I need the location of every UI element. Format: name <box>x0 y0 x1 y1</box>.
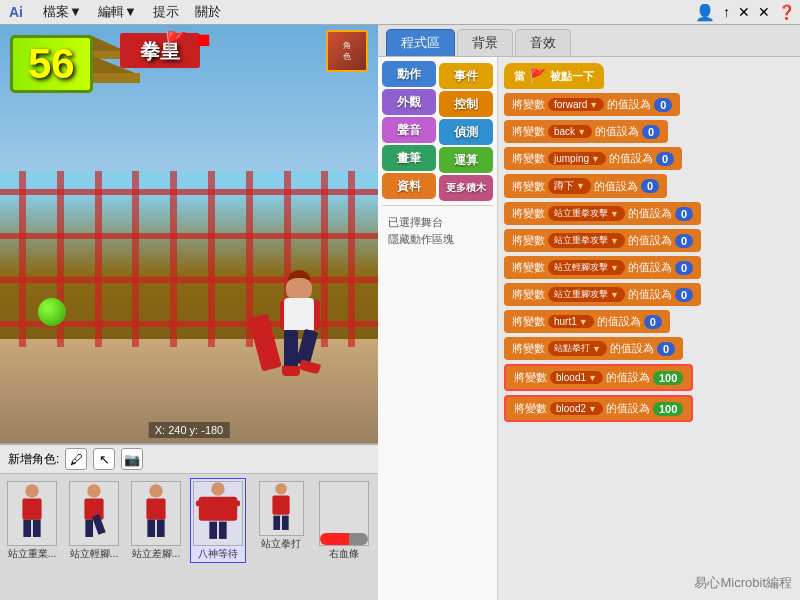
cat-data[interactable]: 資料 <box>382 173 436 199</box>
cursor-icon[interactable]: ↖ <box>93 448 115 470</box>
sprite-item[interactable]: 站立輕腳... <box>66 478 122 563</box>
hat-block-flag[interactable]: 當 🚩 被點一下 <box>504 63 604 89</box>
sprite-item[interactable]: 右血條 <box>316 478 372 563</box>
selected-info: 已選擇舞台 隱藏動作區塊 <box>382 210 493 251</box>
set-block-stand-punch1[interactable]: 將變數 站立重拳攻擊▼ 的值設為 0 <box>504 202 701 225</box>
sprite-label: 站立拳打 <box>261 538 301 550</box>
cat-looks[interactable]: 外觀 <box>382 89 436 115</box>
svg-rect-5 <box>33 520 41 537</box>
menu-item-edit[interactable]: 編輯▼ <box>94 3 141 21</box>
svg-rect-21 <box>272 496 289 515</box>
hat-text-clicked: 被點一下 <box>550 69 594 84</box>
svg-rect-17 <box>219 522 227 539</box>
flip-icon[interactable]: ✕ <box>758 4 770 20</box>
menu-item-about[interactable]: 關於 <box>191 3 225 21</box>
tab-background[interactable]: 背景 <box>457 29 513 56</box>
score-display: 56 <box>10 35 93 93</box>
svg-point-20 <box>275 483 286 494</box>
cat-more[interactable]: 更多積木 <box>439 175 493 201</box>
set-block-forward[interactable]: 將變數 forward▼ 的值設為 0 <box>504 93 680 116</box>
svg-rect-3 <box>22 499 41 520</box>
svg-rect-4 <box>23 520 31 537</box>
cat-sound[interactable]: 聲音 <box>382 117 436 143</box>
cat-operators[interactable]: 運算 <box>439 147 493 173</box>
tabs-row: 程式區 背景 音效 <box>378 25 800 57</box>
set-block-stand-kick-light[interactable]: 將變數 站立輕腳攻擊▼ 的值設為 0 <box>504 256 701 279</box>
set-block-stand-punch3[interactable]: 將變數 站點拳打▼ 的值設為 0 <box>504 337 683 360</box>
svg-rect-22 <box>273 516 280 530</box>
sprite-controls: 新增角色: 🖊 ↖ 📷 <box>0 445 378 474</box>
svg-rect-18 <box>196 501 208 507</box>
svg-rect-15 <box>199 497 237 521</box>
help-icon[interactable]: ❓ <box>778 4 795 20</box>
flag-button[interactable]: 🚩 <box>165 30 187 52</box>
menu-item-file[interactable]: 檔案▼ <box>39 3 86 21</box>
svg-rect-8 <box>85 520 93 537</box>
cat-pen[interactable]: 畫筆 <box>382 145 436 171</box>
sprite-item[interactable]: 站立拳打 <box>252 478 310 553</box>
tab-code[interactable]: 程式區 <box>386 29 455 56</box>
right-panel: 程式區 背景 音效 動作 外觀 聲音 畫筆 資料 <box>378 25 800 600</box>
camera-icon[interactable]: 📷 <box>121 448 143 470</box>
set-block-hurt1[interactable]: 將變數 hurt1▼ 的值設為 0 <box>504 310 670 333</box>
svg-point-14 <box>211 482 224 495</box>
svg-rect-11 <box>146 499 165 520</box>
cat-motion[interactable]: 動作 <box>382 61 436 87</box>
set-block-back[interactable]: 將變數 back▼ 的值設為 0 <box>504 120 668 143</box>
flag-icon: 🚩 <box>529 68 546 84</box>
set-block-stand-punch2[interactable]: 將變數 站立重拳攻擊▼ 的值設為 0 <box>504 229 701 252</box>
app-logo: Ai <box>9 4 23 20</box>
menu-bar: Ai 檔案▼ 編輯▼ 提示 關於 👤 ↑ ✕ ✕ ❓ <box>0 0 800 25</box>
sprite-label: 八神等待 <box>198 548 238 560</box>
green-ball <box>38 298 66 326</box>
paint-icon[interactable]: 🖊 <box>65 448 87 470</box>
char-sprite <box>270 270 340 380</box>
sprite-item-selected[interactable]: 八神等待 <box>190 478 246 563</box>
cat-sensing[interactable]: 偵測 <box>439 119 493 145</box>
left-panel: 拳皇 角色 56 <box>0 25 378 600</box>
sprite-item[interactable]: 站立差腳... <box>128 478 184 563</box>
block-area: 動作 外觀 聲音 畫筆 資料 事件 控制 偵測 運算 更多積木 <box>378 57 800 600</box>
svg-rect-13 <box>157 520 165 537</box>
sprite-label: 右血條 <box>329 548 359 560</box>
set-block-stand-kick-heavy[interactable]: 將變數 站立重腳攻擊▼ 的值設為 0 <box>504 283 701 306</box>
svg-rect-9 <box>92 514 106 535</box>
coords-display: X: 240 y: -180 <box>149 422 230 438</box>
svg-rect-16 <box>209 522 217 539</box>
arrow-icon[interactable]: ↑ <box>723 4 730 20</box>
menu-item-hints[interactable]: 提示 <box>149 3 183 21</box>
sprite-label: 站立輕腳... <box>70 548 118 560</box>
main-area: 拳皇 角色 56 <box>0 25 800 600</box>
new-sprite-label: 新增角色: <box>8 451 59 468</box>
sprite-label: 站立重業... <box>8 548 56 560</box>
tab-sound[interactable]: 音效 <box>515 29 571 56</box>
svg-rect-12 <box>147 520 155 537</box>
code-panel: 當 🚩 被點一下 將變數 forward▼ 的值設為 0 將變數 back▼ 的… <box>498 57 800 600</box>
categories-panel: 動作 外觀 聲音 畫筆 資料 事件 控制 偵測 運算 更多積木 <box>378 57 498 600</box>
game-canvas: 拳皇 角色 56 <box>0 25 378 443</box>
sprite-item[interactable]: 站立重業... <box>4 478 60 563</box>
svg-point-2 <box>25 484 38 497</box>
svg-point-10 <box>149 484 162 497</box>
sprite-panel: 新增角色: 🖊 ↖ 📷 站立重業... <box>0 443 378 600</box>
svg-rect-23 <box>281 516 288 530</box>
hat-text-when: 當 <box>514 69 525 84</box>
set-block-blood1[interactable]: 將變數 blood1▼ 的值設為 100 <box>504 364 693 391</box>
cat-events[interactable]: 事件 <box>439 63 493 89</box>
resize-icon[interactable]: ✕ <box>738 4 750 20</box>
sprite-label: 站立差腳... <box>132 548 180 560</box>
set-block-jumping[interactable]: 將變數 jumping▼ 的值設為 0 <box>504 147 682 170</box>
svg-point-6 <box>87 484 100 497</box>
char-avatar: 角色 <box>326 30 368 72</box>
svg-rect-19 <box>229 501 241 507</box>
set-block-blood2[interactable]: 將變數 blood2▼ 的值設為 100 <box>504 395 693 422</box>
stop-button[interactable]: ⏹ <box>195 30 213 52</box>
cat-control[interactable]: 控制 <box>439 91 493 117</box>
set-block-squat[interactable]: 將變數 蹲下▼ 的值設為 0 <box>504 174 667 198</box>
watermark: 易心Microbit編程 <box>694 574 792 592</box>
sprite-list: 站立重業... 站立輕腳... <box>0 474 378 600</box>
person-add-icon[interactable]: 👤 <box>695 3 715 22</box>
